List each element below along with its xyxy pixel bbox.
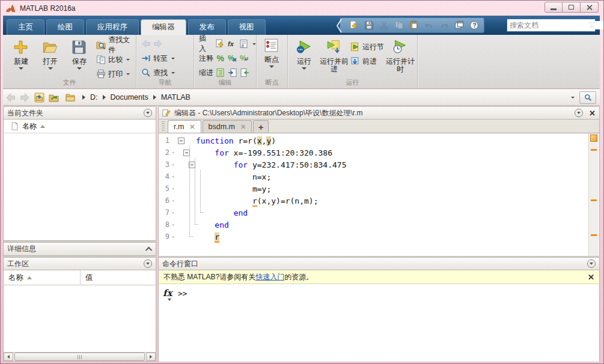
ribbon-tab-5[interactable]: 发布 [188, 19, 226, 35]
insert-function-icon[interactable]: fx [227, 39, 237, 49]
code-line[interactable]: 5- m=y; [159, 183, 589, 195]
save-icon[interactable] [361, 19, 376, 32]
message-indicator-square[interactable] [590, 135, 597, 142]
code-fold-icon[interactable] [178, 138, 185, 144]
executable-line-dash[interactable]: - [169, 184, 177, 193]
warning-tick[interactable] [591, 199, 597, 201]
folder-up-button[interactable] [32, 91, 46, 104]
navigate-forward-icon[interactable] [153, 39, 163, 49]
code-line[interactable]: 1function r=r(x,y) [159, 135, 589, 147]
editor-header[interactable]: 编辑器 - C:\Users\Administrator\Desktop\毕设\… [158, 106, 600, 120]
indent-left-icon[interactable] [240, 68, 249, 77]
current-folder-header[interactable]: 当前文件夹 [3, 106, 156, 120]
editor-message-bar[interactable] [588, 133, 599, 256]
run-advance-button[interactable]: 运行并前进 [318, 36, 350, 73]
smart-indent-icon[interactable] [216, 68, 225, 77]
close-button[interactable] [581, 2, 599, 13]
breadcrumb-item[interactable]: D: [90, 93, 98, 102]
command-window-header[interactable]: 命令行窗口 [158, 257, 600, 270]
breadcrumb-item[interactable]: Documents [111, 93, 148, 102]
warning-tick[interactable] [591, 234, 597, 236]
compare-button[interactable]: 比较 [96, 52, 136, 67]
indent-right-icon[interactable] [228, 68, 237, 77]
scroll-right-button[interactable] [146, 353, 156, 361]
warning-tick[interactable] [591, 149, 597, 151]
save-button[interactable]: 保存 [65, 36, 94, 81]
tab-bar-grip[interactable] [160, 121, 166, 132]
code-line[interactable]: 8- end [159, 219, 589, 231]
new-script-icon[interactable] [346, 19, 361, 32]
advance-button[interactable]: 前进 [350, 54, 384, 68]
ribbon-tab-6[interactable]: 视图 [228, 19, 266, 35]
executable-line-dash[interactable]: - [169, 172, 177, 181]
ribbon-tab-1[interactable]: 主页 [7, 19, 44, 35]
fx-button[interactable]: fx [163, 288, 172, 299]
run-section-button[interactable]: 运行节 [350, 40, 384, 54]
new-button[interactable]: 新建 [7, 36, 35, 81]
scroll-left-button[interactable] [4, 353, 13, 361]
executable-line-dash[interactable]: - [169, 148, 177, 157]
minimize-button[interactable] [545, 2, 563, 13]
workspace-header[interactable]: 工作区 [3, 257, 156, 270]
executable-line-dash[interactable]: - [169, 208, 177, 217]
command-prompt[interactable]: >> [178, 289, 188, 298]
help-icon[interactable]: ? [466, 19, 481, 32]
editor-close-icon[interactable]: ✕ [589, 109, 596, 117]
code-editor[interactable]: 1function r=r(x,y)2- for x=-199.551:20:3… [158, 133, 600, 256]
ribbon-tab-3[interactable]: 应用程序 [86, 19, 139, 35]
navigate-back-icon[interactable] [141, 39, 151, 49]
scrollbar-thumb[interactable] [14, 353, 145, 361]
find-files-button[interactable]: 查找文件 [96, 38, 136, 52]
editor-tab-bsdm.m[interactable]: bsdm.m✕ [203, 120, 252, 133]
uncomment-icon[interactable]: % [228, 53, 237, 63]
breadcrumb[interactable]: D:DocumentsMATLAB [66, 93, 570, 102]
new-tab-button[interactable]: + [253, 120, 269, 133]
insert-section-icon[interactable]: fi [239, 39, 249, 49]
executable-line-dash[interactable]: - [169, 232, 177, 241]
insert-dropdown-arrow[interactable] [252, 43, 256, 45]
command-window-menu-icon[interactable] [587, 259, 596, 268]
layout-icon[interactable] [451, 19, 466, 32]
notice-close-icon[interactable]: ✕ [588, 273, 594, 281]
command-window[interactable]: fx >> [158, 284, 600, 362]
breadcrumb-item[interactable]: MATLAB [161, 93, 191, 102]
browse-folder-button[interactable] [46, 91, 61, 104]
folder-forward-button[interactable] [17, 91, 32, 104]
code-line[interactable]: 9- r [159, 231, 589, 243]
maximize-button[interactable] [563, 2, 581, 13]
tab-close-icon[interactable]: ✕ [240, 123, 246, 131]
folder-back-button[interactable] [3, 91, 17, 104]
run-button[interactable]: 运行 [290, 36, 318, 73]
details-header[interactable]: 详细信息 [3, 242, 156, 256]
breakpoints-button[interactable]: 断点 [257, 35, 287, 68]
comment-icon[interactable]: % [216, 53, 225, 63]
executable-line-dash[interactable]: - [169, 160, 177, 169]
editor-tab-r.m[interactable]: r.m✕ [168, 120, 201, 133]
ribbon-tab-2[interactable]: 绘图 [46, 19, 84, 35]
code-line[interactable]: 4- n=x; [159, 171, 589, 183]
code-line[interactable]: 7- end [159, 207, 589, 219]
current-folder-list[interactable] [3, 133, 156, 241]
run-time-button[interactable]: 运行并计时 [384, 36, 416, 73]
code-line[interactable]: 2- for x=-199.551:20:320.386 [159, 147, 589, 159]
insert-script-icon[interactable] [215, 39, 225, 49]
workspace-list[interactable] [3, 285, 156, 352]
address-dropdown-arrow[interactable] [571, 97, 575, 99]
paste-icon[interactable] [406, 19, 421, 32]
address-search-button[interactable] [579, 91, 596, 104]
wrap-comment-icon[interactable]: % [240, 53, 249, 63]
goto-button[interactable]: 转至 [141, 51, 194, 65]
workspace-column-header[interactable]: 名称 值 [3, 270, 156, 285]
code-line[interactable]: 3- for y=232.417:50:834.475 [159, 159, 589, 171]
quick-start-link[interactable]: 快速入门 [255, 272, 284, 282]
ribbon-tab-4[interactable]: 编辑器 [141, 19, 186, 35]
open-button[interactable]: 打开 [35, 36, 64, 81]
executable-line-dash[interactable]: - [169, 220, 177, 229]
collapse-ribbon-button[interactable] [587, 20, 597, 31]
current-folder-column-header[interactable]: 名称 [3, 120, 156, 133]
tab-close-icon[interactable]: ✕ [189, 123, 195, 131]
workspace-menu-icon[interactable] [144, 259, 152, 268]
current-folder-menu-icon[interactable] [144, 109, 152, 117]
workspace-horizontal-scrollbar[interactable] [3, 352, 156, 362]
editor-menu-icon[interactable] [575, 109, 583, 117]
